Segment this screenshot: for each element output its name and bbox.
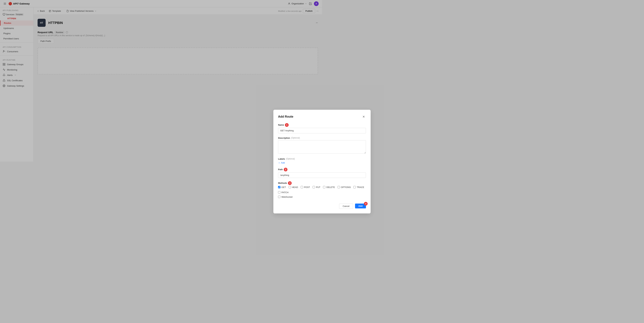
description-optional: (Optional) [291,137,300,139]
description-label: Description (Optional) [278,137,322,139]
labels-group: Labels (Optional) ＋ Add [278,158,322,162]
modal-header: Add Route ✕ [278,114,322,119]
modal-title: Add Route [278,115,293,118]
step-1-bubble: 1 [285,123,289,127]
name-label: Name 1 [278,123,322,127]
description-group: Description (Optional) [278,137,322,154]
name-input[interactable] [278,128,322,133]
labels-label: Labels (Optional) [278,158,322,160]
add-label-button[interactable]: ＋ Add [278,161,285,162]
description-input[interactable] [278,140,322,154]
add-route-modal: Add Route ✕ Name 1 Description (Optional… [273,110,322,162]
labels-optional: (Optional) [286,158,295,160]
modal-overlay[interactable]: Add Route ✕ Name 1 Description (Optional… [0,0,322,161]
name-group: Name 1 [278,123,322,133]
